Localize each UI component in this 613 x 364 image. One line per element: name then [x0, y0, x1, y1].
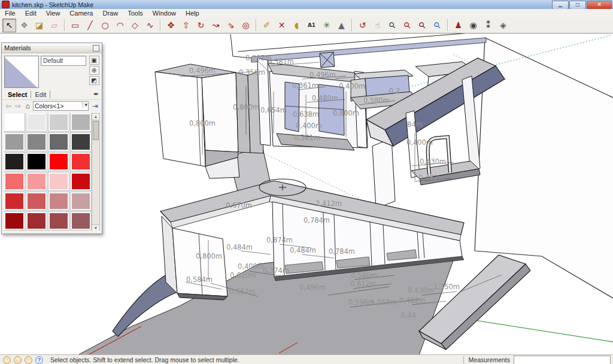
tape-measure-tool[interactable]: ✐: [260, 19, 274, 32]
protractor-tool[interactable]: ◖: [290, 19, 304, 32]
svg-text:0,484m: 0,484m: [226, 243, 253, 251]
create-material-button[interactable]: ⊕: [89, 66, 99, 75]
zoom-tool[interactable]: ⚲: [386, 19, 399, 32]
home-icon[interactable]: ⌂: [23, 102, 32, 110]
scale-tool[interactable]: ⇘: [224, 19, 238, 32]
line-tool[interactable]: ╱: [83, 19, 97, 32]
color-swatch-12[interactable]: [4, 172, 25, 190]
orbit-tool[interactable]: ↺: [356, 19, 369, 32]
offset-tool[interactable]: ◎: [239, 19, 253, 32]
3d-text-tool[interactable]: ▲: [335, 19, 348, 32]
color-swatch-1[interactable]: [26, 113, 47, 131]
menu-item-edit[interactable]: Edit: [20, 10, 41, 17]
color-swatch-20[interactable]: [4, 212, 25, 230]
follow-me-tool[interactable]: ↝: [209, 19, 223, 32]
color-swatch-17[interactable]: [26, 192, 47, 210]
arc-tool[interactable]: ◠: [113, 19, 127, 32]
zoom-extents-tool[interactable]: ⚲: [415, 19, 429, 32]
swatch-scrollbar[interactable]: ▲ ▼: [92, 113, 100, 230]
paint-bucket-icon: ◪: [35, 21, 43, 29]
scroll-down-icon[interactable]: ▼: [92, 225, 99, 230]
walk-tool[interactable]: ⁑: [481, 19, 495, 32]
color-swatch-5[interactable]: [26, 133, 47, 151]
eraser-tool[interactable]: ▱: [47, 19, 61, 32]
color-swatch-6[interactable]: [48, 133, 69, 151]
measurements-input[interactable]: [514, 356, 611, 364]
help-icon[interactable]: ?: [35, 356, 43, 364]
color-swatch-21[interactable]: [26, 212, 47, 230]
pan-tool[interactable]: ☝: [371, 19, 384, 32]
secondary-pane-button[interactable]: ▣: [89, 56, 99, 65]
svg-text:0,580m: 0,580m: [363, 96, 390, 105]
scroll-thumb[interactable]: [93, 121, 99, 140]
zoom-window-tool[interactable]: ⚲: [400, 19, 414, 32]
color-swatch-4[interactable]: [4, 133, 25, 151]
move-tool[interactable]: ✥: [164, 19, 178, 32]
materials-panel-header[interactable]: Materials: [2, 43, 102, 53]
menu-item-draw[interactable]: Draw: [98, 10, 123, 17]
menu-item-view[interactable]: View: [41, 10, 65, 17]
color-swatch-10[interactable]: [48, 153, 69, 171]
minimize-button[interactable]: ▁: [552, 1, 569, 10]
color-swatch-13[interactable]: [26, 172, 47, 190]
color-swatch-2[interactable]: [48, 113, 69, 131]
zoom-previous-tool[interactable]: ⚲: [430, 19, 444, 32]
collection-dropdown[interactable]: Colors<1>: [33, 101, 89, 111]
color-swatch-16[interactable]: [4, 192, 25, 210]
push-pull-tool[interactable]: ⇧: [179, 19, 193, 32]
panel-rollup-button[interactable]: [93, 45, 99, 51]
axes-tool[interactable]: ✳: [320, 19, 333, 32]
color-swatch-19[interactable]: [71, 192, 91, 210]
geolocation-icon[interactable]: ◠: [3, 356, 11, 364]
credit-icon[interactable]: ◡: [14, 356, 22, 364]
close-button[interactable]: ✕: [587, 1, 612, 10]
freehand-tool[interactable]: ∿: [143, 19, 157, 32]
svg-text:0,484m: 0,484m: [290, 246, 316, 254]
default-material-button[interactable]: ◩: [89, 76, 99, 85]
svg-text:0,800m: 0,800m: [189, 119, 216, 128]
menu-item-help[interactable]: Help: [181, 10, 204, 17]
menu-item-tools[interactable]: Tools: [123, 10, 148, 17]
select-tool[interactable]: ↖: [2, 19, 16, 32]
model-info-icon[interactable]: ◠: [25, 356, 32, 364]
menu-item-window[interactable]: Window: [148, 10, 181, 17]
scroll-up-icon[interactable]: ▲: [92, 114, 99, 120]
color-swatch-14[interactable]: [48, 172, 69, 190]
color-swatch-3[interactable]: [71, 113, 91, 131]
forward-arrow-icon[interactable]: ⇨: [13, 102, 23, 110]
materials-panel: Materials Default ▣⊕◩ SelectEdit✒ ⇦ ⇨ ⌂ …: [1, 43, 102, 234]
text-tool[interactable]: A1: [305, 19, 318, 32]
svg-text:0,638m: 0,638m: [293, 110, 319, 119]
maximize-button[interactable]: ▢: [569, 1, 586, 10]
svg-text:0,381m: 0,381m: [268, 57, 294, 66]
color-swatch-23[interactable]: [71, 212, 91, 230]
paint-bucket-tool[interactable]: ◪: [32, 19, 46, 32]
color-swatch-8[interactable]: [4, 153, 25, 171]
color-swatch-9[interactable]: [26, 153, 47, 171]
make-component-tool[interactable]: ❖: [17, 19, 31, 32]
menu-item-camera[interactable]: Camera: [65, 10, 98, 17]
color-swatch-11[interactable]: [71, 153, 91, 171]
svg-text:0,800m: 0,800m: [333, 109, 359, 117]
look-around-tool[interactable]: ◉: [466, 19, 480, 32]
color-swatch-22[interactable]: [48, 212, 69, 230]
color-swatch-0[interactable]: [4, 113, 25, 131]
window-title: kitchen.skp - SketchUp Make: [12, 1, 93, 8]
details-arrow-icon[interactable]: ⇥: [90, 102, 100, 110]
materials-tab-select[interactable]: Select: [4, 91, 31, 98]
dimension-tool[interactable]: ✕: [275, 19, 289, 32]
rectangle-tool[interactable]: ▭: [68, 19, 82, 32]
section-plane-tool[interactable]: ◈: [496, 19, 510, 32]
material-name-field[interactable]: Default: [41, 56, 86, 66]
color-swatch-7[interactable]: [71, 133, 91, 151]
color-swatch-18[interactable]: [48, 192, 69, 210]
eyedropper-icon[interactable]: ✒: [90, 90, 99, 99]
circle-tool[interactable]: ○: [98, 19, 112, 32]
back-arrow-icon[interactable]: ⇦: [4, 102, 13, 110]
color-swatch-15[interactable]: [71, 172, 91, 190]
polygon-tool[interactable]: ◇: [128, 19, 142, 32]
position-camera-tool[interactable]: ♟: [451, 19, 465, 32]
materials-tab-edit[interactable]: Edit: [31, 91, 50, 98]
rotate-tool[interactable]: ↻: [194, 19, 208, 32]
menu-item-file[interactable]: File: [0, 10, 20, 17]
